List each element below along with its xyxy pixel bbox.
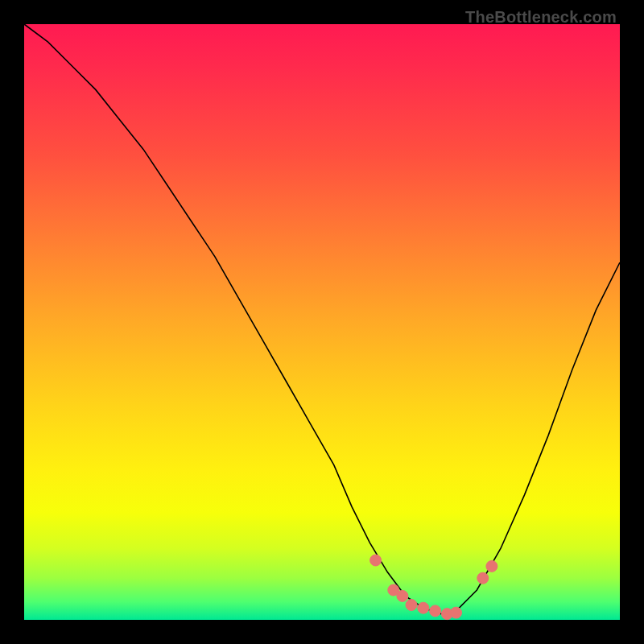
watermark-text: TheBottleneck.com <box>465 8 617 27</box>
plot-area <box>24 24 620 620</box>
